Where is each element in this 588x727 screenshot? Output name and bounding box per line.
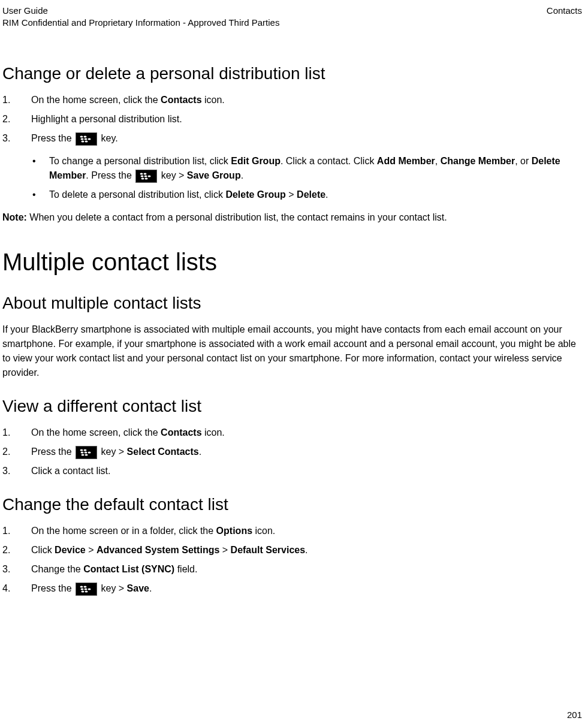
svg-point-18	[88, 451, 91, 453]
bold-text: Contacts	[161, 95, 201, 105]
step-item: Press the key > Save.	[2, 581, 582, 596]
svg-point-12	[141, 177, 144, 179]
text: field.	[174, 564, 197, 574]
svg-point-27	[85, 590, 88, 592]
step-item: Change the Contact List (SYNC) field.	[2, 562, 582, 577]
svg-point-5	[82, 140, 85, 142]
bold-text: Edit Group	[231, 156, 281, 166]
bullets-change-delete: To change a personal distribution list, …	[2, 154, 582, 202]
bullet-item: To delete a personal distribution list, …	[2, 188, 582, 202]
svg-point-21	[80, 586, 83, 587]
blackberry-key-icon	[76, 132, 97, 146]
blackberry-key-icon	[135, 170, 157, 183]
svg-point-13	[145, 177, 148, 179]
text: Press the	[31, 133, 74, 143]
svg-point-22	[84, 586, 87, 587]
svg-point-10	[144, 175, 147, 177]
svg-point-16	[81, 451, 84, 453]
bold-text: Options	[216, 526, 252, 536]
bold-text: Contact List (SYNC)	[83, 564, 174, 574]
text: ,	[435, 156, 441, 166]
text: icon.	[202, 95, 225, 105]
bold-text: Change Member	[441, 156, 515, 166]
svg-point-7	[140, 173, 143, 174]
text: . Press the	[86, 170, 134, 180]
step-item: Click Device > Advanced System Settings …	[2, 543, 582, 557]
text: .	[149, 583, 152, 593]
svg-point-6	[85, 140, 88, 142]
svg-point-19	[82, 454, 85, 455]
bold-text: Delete	[297, 189, 325, 200]
blackberry-key-icon	[76, 446, 97, 459]
header-right: Contacts	[547, 5, 582, 28]
text: Click	[31, 545, 55, 555]
bold-text: Save	[127, 583, 149, 593]
svg-point-15	[84, 449, 87, 451]
bold-text: Device	[55, 545, 86, 555]
bold-text: Save Group	[187, 170, 241, 180]
bullet-item: To change a personal distribution list, …	[2, 154, 582, 183]
text: key >	[98, 583, 127, 593]
text: On the home screen or in a folder, click…	[31, 526, 216, 536]
text: , or	[515, 156, 532, 166]
svg-point-26	[82, 590, 85, 592]
text: >	[286, 189, 297, 200]
text: Press the	[31, 447, 74, 457]
header-left: User Guide RIM Confidential and Propriet…	[2, 5, 279, 28]
text: On the home screen, click the	[31, 95, 161, 105]
svg-point-4	[88, 138, 91, 140]
bold-text: Add Member	[377, 156, 435, 166]
header-left-line2: RIM Confidential and Proprietary Informa…	[2, 17, 279, 29]
step-item: On the home screen or in a folder, click…	[2, 524, 582, 538]
text: .	[305, 545, 307, 555]
about-body: If your BlackBerry smartphone is associa…	[2, 322, 582, 380]
note-paragraph: Note: When you delete a contact from a p…	[2, 210, 582, 225]
bold-text: Delete Group	[225, 189, 285, 200]
text: key >	[98, 447, 127, 457]
bold-text: Contacts	[161, 427, 201, 438]
svg-point-3	[85, 138, 88, 140]
text: key >	[158, 170, 187, 180]
svg-point-20	[85, 454, 88, 455]
bold-text: Default Services	[231, 545, 306, 555]
header-left-line1: User Guide	[2, 5, 279, 17]
text: To delete a personal distribution list, …	[49, 189, 225, 200]
page-number: 201	[567, 710, 582, 720]
page-header: User Guide RIM Confidential and Propriet…	[2, 5, 582, 28]
bold-text: Select Contacts	[127, 447, 199, 457]
svg-point-25	[88, 588, 91, 590]
subsection-change-default: Change the default contact list	[2, 495, 582, 514]
svg-point-23	[81, 588, 84, 590]
steps-view: On the home screen, click the Contacts i…	[2, 426, 582, 478]
text: key.	[98, 133, 118, 143]
text: >	[219, 545, 230, 555]
text: Press the	[31, 583, 74, 593]
step-item: On the home screen, click the Contacts i…	[2, 93, 582, 107]
text: Click a contact list.	[31, 466, 110, 476]
section-title-change-delete: Change or delete a personal distribution…	[2, 64, 582, 83]
step-item: Press the key > Select Contacts.	[2, 445, 582, 459]
step-item: Click a contact list.	[2, 464, 582, 478]
text: .	[325, 189, 328, 200]
text: >	[86, 545, 97, 555]
subsection-about: About multiple contact lists	[2, 294, 582, 313]
text: Highlight a personal distribution list.	[31, 114, 182, 124]
step-item: Press the key.	[2, 131, 582, 146]
text: .	[241, 170, 243, 180]
steps-change-delete: On the home screen, click the Contacts i…	[2, 93, 582, 146]
svg-point-24	[85, 588, 88, 590]
text: To change a personal distribution list, …	[49, 156, 231, 166]
text: .	[199, 447, 201, 457]
section-title-multiple: Multiple contact lists	[2, 249, 582, 276]
text: On the home screen, click the	[31, 427, 161, 438]
step-item: Highlight a personal distribution list.	[2, 112, 582, 126]
svg-point-11	[148, 175, 151, 177]
svg-point-9	[141, 175, 144, 177]
svg-point-1	[84, 135, 87, 137]
step-item: On the home screen, click the Contacts i…	[2, 426, 582, 440]
svg-point-2	[81, 138, 84, 140]
svg-point-0	[80, 135, 83, 137]
note-text: When you delete a contact from a persona…	[27, 212, 447, 222]
text: icon.	[252, 526, 275, 536]
steps-change-default: On the home screen or in a folder, click…	[2, 524, 582, 596]
